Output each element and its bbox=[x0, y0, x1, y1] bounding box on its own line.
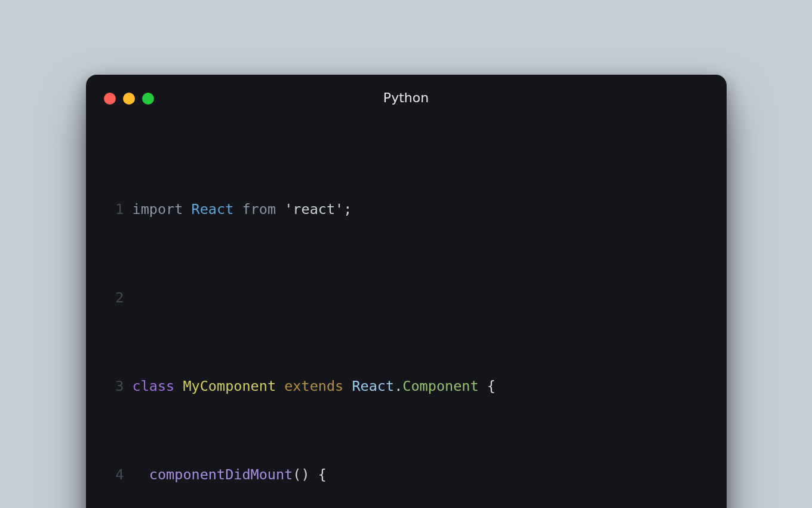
titlebar: Python bbox=[100, 89, 712, 111]
window-title: Python bbox=[100, 90, 712, 105]
line-number: 4 bbox=[100, 464, 133, 486]
code-line: 2 bbox=[100, 287, 712, 309]
code-area[interactable]: 1 import React from 'react'; 2 3 class M… bbox=[100, 132, 712, 508]
code-line: 1 import React from 'react'; bbox=[100, 198, 712, 221]
code-line: 3 class MyComponent extends React.Compon… bbox=[100, 375, 712, 397]
line-number: 2 bbox=[100, 287, 133, 309]
page-root: Python 1 import React from 'react'; 2 3 … bbox=[0, 0, 812, 508]
editor-window: Python 1 import React from 'react'; 2 3 … bbox=[86, 75, 727, 508]
code-line: 4 componentDidMount() { bbox=[100, 464, 712, 486]
line-number: 3 bbox=[100, 375, 133, 397]
line-number: 1 bbox=[100, 198, 133, 221]
